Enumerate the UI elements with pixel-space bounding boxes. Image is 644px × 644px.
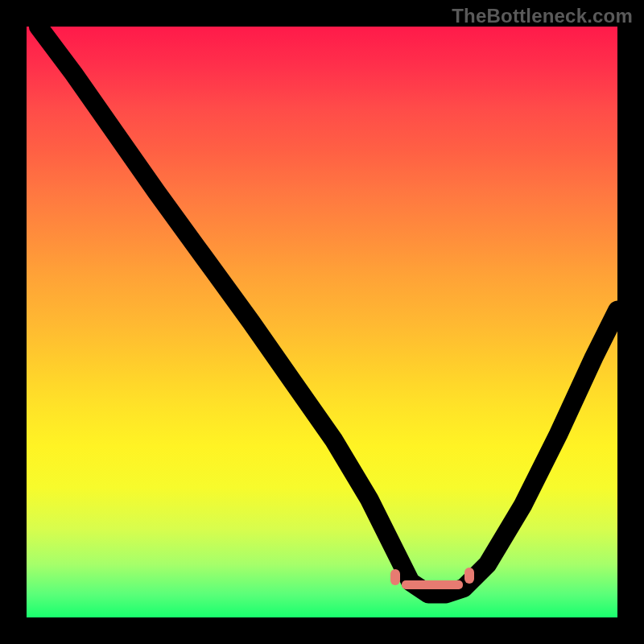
watermark-text: TheBottleneck.com (452, 5, 633, 27)
plot-area (27, 27, 617, 617)
chart-frame: TheBottleneck.com (0, 0, 644, 644)
bottleneck-curve (27, 27, 617, 617)
optimal-marker-left (390, 569, 400, 585)
optimal-marker-right (464, 568, 474, 584)
optimal-band (402, 580, 463, 589)
